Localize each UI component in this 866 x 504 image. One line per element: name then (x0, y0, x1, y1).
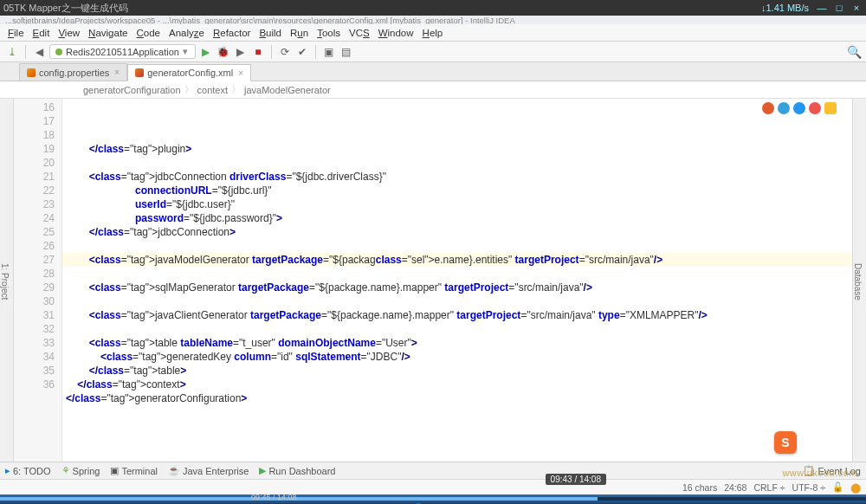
tool-database[interactable]: Database (853, 102, 863, 462)
left-tool-strip: 1: Project (0, 99, 14, 462)
stop-icon[interactable]: ■ (251, 45, 265, 59)
menu-help[interactable]: Help (418, 28, 448, 38)
status-chars: 16 chars (682, 482, 717, 493)
menu-analyze[interactable]: Analyze (165, 28, 209, 38)
editor-area: 1: Project 16171819202122232425262728293… (0, 99, 866, 462)
tab-close-icon[interactable]: × (114, 68, 120, 77)
maximize-icon[interactable]: □ (833, 3, 845, 13)
run-configuration[interactable]: Redis20210511Application ▾ (49, 44, 196, 59)
video-progress-bar[interactable] (0, 494, 866, 503)
line-gutter: 1617181920212223242526272829303132333435… (14, 99, 62, 462)
video-window-titlebar: 05TK Mapper之一键生成代码 ↓1.41 MB/s — □ × (0, 0, 866, 16)
menu-file[interactable]: File (3, 28, 29, 38)
minimize-icon[interactable]: — (816, 3, 828, 13)
crumb[interactable]: context (197, 85, 228, 95)
tab-label: generatorConfig.xml (147, 68, 233, 78)
build-icon[interactable]: ⤓ (5, 45, 19, 59)
menu-edit[interactable]: Edit (29, 28, 55, 38)
tab-terminal[interactable]: ▣Terminal (110, 465, 158, 476)
net-speed: ↓1.41 MB/s (761, 3, 809, 13)
tab-run-dashboard[interactable]: ▶Run Dashboard (259, 465, 335, 476)
menu-tools[interactable]: Tools (313, 28, 345, 38)
tab-todo[interactable]: ▸6: TODO (5, 465, 51, 476)
menu-view[interactable]: View (54, 28, 84, 38)
video-time: 09:45 / 14:08 (251, 493, 297, 501)
watermark: www.ukoou.com (782, 468, 857, 478)
crumb[interactable]: generatorConfiguration (83, 85, 181, 95)
tab-label: config.properties (39, 68, 109, 78)
progress-tooltip: 09:43 / 14:08 (546, 474, 606, 485)
menu-window[interactable]: Window (374, 28, 418, 38)
tab-generator-config[interactable]: generatorConfig.xml × (127, 64, 251, 81)
browser-icons (762, 102, 837, 114)
ide-menubar: File Edit View Navigate Code Analyze Ref… (0, 24, 866, 42)
structure-icon[interactable]: ▣ (322, 45, 336, 59)
prev-config-icon[interactable]: ◀ (32, 45, 46, 59)
ime-indicator[interactable]: S (774, 431, 797, 454)
debug-icon[interactable]: 🐞 (216, 45, 230, 59)
menu-build[interactable]: Build (255, 28, 286, 38)
crumb[interactable]: javaModelGenerator (244, 85, 331, 95)
code-editor[interactable]: </class="tag">plugin> <class="tag">jdbcC… (62, 99, 852, 462)
right-tool-strip: Database Maven Projects (852, 99, 866, 462)
status-position: 24:68 (724, 482, 746, 493)
vcs-commit-icon[interactable]: ✔ (295, 45, 309, 59)
run-icon[interactable]: ▶ (199, 45, 213, 59)
menu-refactor[interactable]: Refactor (209, 28, 255, 38)
status-encoding[interactable]: UTF-8 ÷ (792, 482, 825, 493)
close-icon[interactable]: × (850, 3, 863, 13)
vcs-update-icon[interactable]: ⟳ (278, 45, 292, 59)
properties-icon (27, 68, 36, 77)
status-bar: 16 chars 24:68 CRLF ÷ UTF-8 ÷ 🔓 ⬤ (0, 479, 866, 494)
menu-vcs[interactable]: VCS (345, 28, 374, 38)
status-lock-icon[interactable]: 🔓 (832, 481, 843, 493)
breadcrumb: generatorConfiguration 〉 context 〉 javaM… (0, 81, 866, 99)
ide-title: ...softjetbrains/IdeaProjects/workspace0… (0, 16, 866, 24)
coverage-icon[interactable]: ▶ (234, 45, 248, 59)
menu-code[interactable]: Code (132, 28, 165, 38)
settings-icon[interactable]: ▤ (339, 45, 353, 59)
search-icon[interactable]: 🔍 (847, 45, 861, 59)
run-configuration-label: Redis20210511Application (66, 47, 179, 57)
firefox-icon[interactable] (762, 102, 774, 114)
safari-icon[interactable] (793, 102, 805, 114)
menu-run[interactable]: Run (286, 28, 313, 38)
opera-icon[interactable] (809, 102, 821, 114)
tab-config-properties[interactable]: config.properties × (19, 63, 127, 81)
tab-spring[interactable]: ⚘Spring (61, 465, 100, 476)
file-tab-row: config.properties × generatorConfig.xml … (0, 62, 866, 81)
edge-icon[interactable] (778, 102, 790, 114)
xml-icon (135, 68, 144, 77)
tab-close-icon[interactable]: × (238, 68, 243, 78)
tab-java-enterprise[interactable]: ☕Java Enterprise (168, 465, 249, 476)
chrome-icon[interactable] (824, 102, 837, 114)
status-inspections-icon[interactable]: ⬤ (850, 482, 861, 493)
ide-toolbar: ⤓ ◀ Redis20210511Application ▾ ▶ 🐞 ▶ ■ ⟳… (0, 42, 866, 62)
status-eol[interactable]: CRLF ÷ (753, 482, 785, 493)
tool-project[interactable]: 1: Project (0, 102, 10, 462)
bottom-tool-tabs: ▸6: TODO ⚘Spring ▣Terminal ☕Java Enterpr… (0, 462, 866, 479)
video-title: 05TK Mapper之一键生成代码 (3, 2, 128, 15)
menu-navigate[interactable]: Navigate (84, 28, 132, 38)
